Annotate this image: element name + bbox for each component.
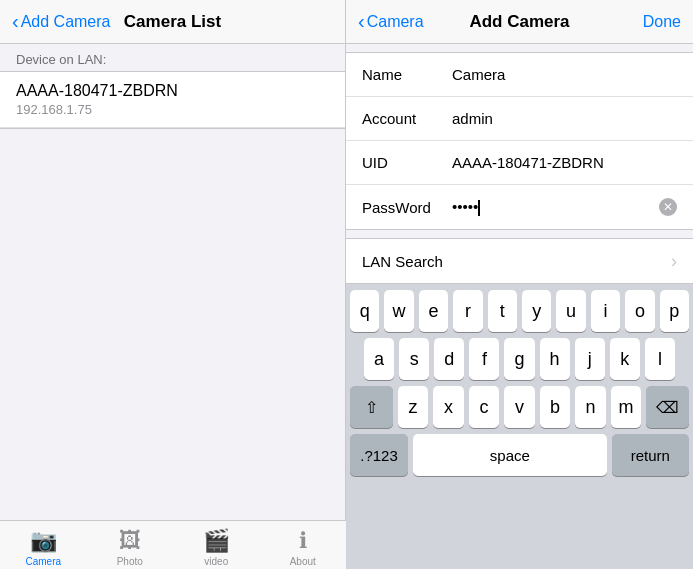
done-button[interactable]: Done [643, 13, 681, 31]
form-label-password: PassWord [362, 199, 452, 216]
key-k[interactable]: k [610, 338, 640, 380]
tab-video[interactable]: 🎬 video [173, 524, 260, 567]
keyboard-row-2: a s d f g h j k l [350, 338, 689, 380]
key-g[interactable]: g [504, 338, 534, 380]
about-tab-icon: ℹ [299, 528, 307, 554]
form-value-account[interactable]: admin [452, 110, 677, 127]
left-back-label: Add Camera [21, 13, 111, 31]
tab-photo[interactable]: 🖼 Photo [87, 524, 174, 567]
key-d[interactable]: d [434, 338, 464, 380]
key-special[interactable]: .?123 [350, 434, 408, 476]
key-e[interactable]: e [419, 290, 448, 332]
camera-tab-icon: 📷 [30, 528, 57, 554]
lan-label: LAN Search [362, 253, 671, 270]
left-panel: ‹ Add Camera Camera List Device on LAN: … [0, 0, 346, 569]
clear-button[interactable]: ✕ [659, 198, 677, 216]
right-back-label: Camera [367, 13, 424, 31]
key-u[interactable]: u [556, 290, 585, 332]
form-value-name[interactable]: Camera [452, 66, 677, 83]
lan-chevron-icon: › [671, 251, 677, 272]
cursor [478, 200, 480, 216]
form-row-name: Name Camera [346, 53, 693, 97]
key-w[interactable]: w [384, 290, 413, 332]
key-space[interactable]: space [413, 434, 607, 476]
delete-key[interactable]: ⌫ [646, 386, 689, 428]
tab-camera[interactable]: 📷 Camera [0, 524, 87, 567]
key-l[interactable]: l [645, 338, 675, 380]
left-back-button[interactable]: ‹ Add Camera [12, 10, 111, 33]
device-name: AAAA-180471-ZBDRN [16, 82, 329, 100]
password-dots: ••••• [452, 198, 478, 215]
right-chevron-icon: ‹ [358, 10, 365, 33]
left-nav-title: Camera List [124, 12, 221, 32]
key-n[interactable]: n [575, 386, 606, 428]
left-tab-bar: 📷 Camera 🖼 Photo 🎬 video ℹ About [0, 520, 346, 569]
key-p[interactable]: p [660, 290, 689, 332]
form-row-password: PassWord ••••• ✕ [346, 185, 693, 229]
keyboard-row-3: ⇧ z x c v b n m ⌫ [350, 386, 689, 428]
key-v[interactable]: v [504, 386, 535, 428]
right-back-button[interactable]: ‹ Camera [358, 10, 424, 33]
device-item[interactable]: AAAA-180471-ZBDRN 192.168.1.75 [0, 72, 345, 128]
form-label-uid: UID [362, 154, 452, 171]
key-c[interactable]: c [469, 386, 500, 428]
key-f[interactable]: f [469, 338, 499, 380]
left-chevron-icon: ‹ [12, 10, 19, 33]
form-value-password[interactable]: ••••• [452, 198, 659, 216]
form-row-account: Account admin [346, 97, 693, 141]
key-a[interactable]: a [364, 338, 394, 380]
key-b[interactable]: b [540, 386, 571, 428]
lan-search-section: LAN Search › [346, 238, 693, 284]
key-m[interactable]: m [611, 386, 642, 428]
right-nav-title: Add Camera [469, 12, 569, 32]
key-return[interactable]: return [612, 434, 689, 476]
key-q[interactable]: q [350, 290, 379, 332]
device-list: AAAA-180471-ZBDRN 192.168.1.75 [0, 71, 345, 129]
camera-tab-label: Camera [25, 556, 61, 567]
form-section: Name Camera Account admin UID AAAA-18047… [346, 52, 693, 230]
keyboard-row-1: q w e r t y u i o p [350, 290, 689, 332]
photo-tab-icon: 🖼 [119, 528, 141, 554]
keyboard: q w e r t y u i o p a s d f g h j k l ⇧ … [346, 284, 693, 569]
video-tab-label: video [204, 556, 228, 567]
form-label-name: Name [362, 66, 452, 83]
key-o[interactable]: o [625, 290, 654, 332]
right-nav-bar: ‹ Camera Add Camera Done [346, 0, 693, 44]
key-t[interactable]: t [488, 290, 517, 332]
form-value-uid[interactable]: AAAA-180471-ZBDRN [452, 154, 677, 171]
key-x[interactable]: x [433, 386, 464, 428]
key-r[interactable]: r [453, 290, 482, 332]
keyboard-row-4: .?123 space return [350, 434, 689, 476]
lan-row[interactable]: LAN Search › [346, 239, 693, 283]
right-panel: ‹ Camera Add Camera Done Name Camera Acc… [346, 0, 693, 569]
tab-about[interactable]: ℹ About [260, 524, 347, 567]
key-i[interactable]: i [591, 290, 620, 332]
key-h[interactable]: h [540, 338, 570, 380]
shift-key[interactable]: ⇧ [350, 386, 393, 428]
photo-tab-label: Photo [117, 556, 143, 567]
left-nav-bar: ‹ Add Camera Camera List [0, 0, 345, 44]
section-header: Device on LAN: [0, 44, 345, 71]
about-tab-label: About [290, 556, 316, 567]
key-s[interactable]: s [399, 338, 429, 380]
video-tab-icon: 🎬 [203, 528, 230, 554]
key-j[interactable]: j [575, 338, 605, 380]
key-y[interactable]: y [522, 290, 551, 332]
device-ip: 192.168.1.75 [16, 102, 329, 117]
form-label-account: Account [362, 110, 452, 127]
form-row-uid: UID AAAA-180471-ZBDRN [346, 141, 693, 185]
key-z[interactable]: z [398, 386, 429, 428]
